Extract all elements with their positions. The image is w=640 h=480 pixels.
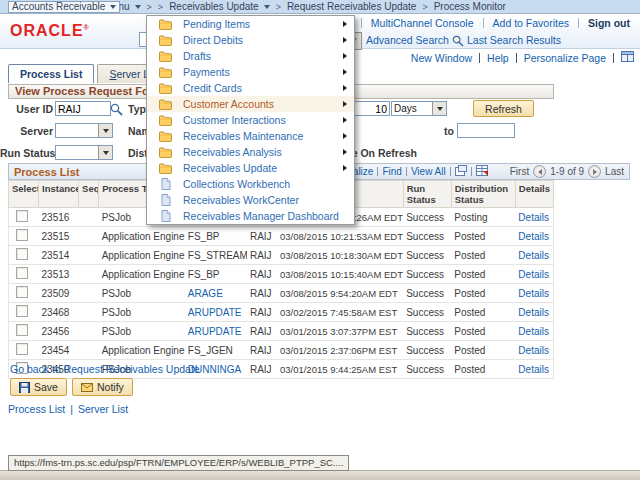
menu-item-collections-workbench[interactable]: Collections Workbench <box>147 176 354 192</box>
days-select[interactable]: Days <box>391 101 447 116</box>
row-checkbox[interactable] <box>16 267 28 279</box>
cell-select <box>9 284 39 303</box>
cell-seq <box>79 208 99 227</box>
personalize-page-link[interactable]: Personalize Page <box>524 52 606 64</box>
menu-item-customer-interactions[interactable]: Customer Interactions <box>147 112 354 128</box>
cell-user: RAIJ <box>247 303 277 322</box>
menu-item-payments[interactable]: Payments <box>147 64 354 80</box>
multichannel-console-link[interactable]: MultiChannel Console <box>371 17 474 29</box>
divider <box>471 167 472 176</box>
cell-user: RAIJ <box>247 360 277 379</box>
column-header-instance[interactable]: Instance <box>39 181 79 208</box>
menu-item-direct-debits[interactable]: Direct Debits <box>147 32 354 48</box>
page-grid-icon[interactable] <box>621 51 634 64</box>
cell-user: RAIJ <box>247 265 277 284</box>
menu-item-receivables-workcenter[interactable]: Receivables WorkCenter <box>147 192 354 208</box>
go-back-link[interactable]: Go back to Request Receivables Update <box>10 363 200 375</box>
row-checkbox[interactable] <box>16 248 28 260</box>
help-link[interactable]: Help <box>487 52 509 64</box>
breadcrumb-separator: > <box>158 2 163 12</box>
breadcrumb-item-process-monitor[interactable]: Process Monitor <box>431 1 509 13</box>
folder-icon <box>159 115 172 126</box>
process-name-link[interactable]: ARAGE <box>188 288 223 299</box>
to-label: to <box>444 124 454 139</box>
menu-item-drafts[interactable]: Drafts <box>147 48 354 64</box>
column-header-run-status[interactable]: Run Status <box>403 181 451 208</box>
user-id-input[interactable] <box>55 101 111 116</box>
popup-window-icon[interactable] <box>455 165 467 178</box>
menu-item-credit-cards[interactable]: Credit Cards <box>147 80 354 96</box>
cell-instance: 23456 <box>39 322 79 341</box>
cell-seq <box>79 284 99 303</box>
status-url-tooltip: https://fms-trn.ps.sc.edu/psp/FTRN/EMPLO… <box>8 455 349 471</box>
row-checkbox[interactable] <box>16 305 28 317</box>
menu-item-receivables-maintenance[interactable]: Receivables Maintenance <box>147 128 354 144</box>
previous-page-icon[interactable] <box>533 165 546 178</box>
row-checkbox[interactable] <box>16 210 28 222</box>
row-checkbox[interactable] <box>16 324 28 336</box>
details-link[interactable]: Details <box>518 250 549 261</box>
cell-process-type: Application Engine <box>99 227 185 246</box>
status-bar <box>0 470 640 480</box>
details-link[interactable]: Details <box>518 231 549 242</box>
column-header-details[interactable]: Details <box>515 181 553 208</box>
cell-run-datetime: 03/01/2015 2:37:06PM EST <box>277 341 403 360</box>
last-value-input[interactable] <box>352 101 390 116</box>
cell-process-type: PSJob <box>99 284 185 303</box>
cell-run-status: Success <box>403 322 451 341</box>
server-select[interactable] <box>55 123 113 138</box>
last-search-results-link[interactable]: Last Search Results <box>467 34 561 46</box>
divider <box>406 167 407 176</box>
menu-item-customer-accounts[interactable]: Customer Accounts <box>147 96 354 112</box>
folder-icon <box>159 51 172 62</box>
column-header-select[interactable]: Select <box>9 181 39 208</box>
breadcrumb-item-request-receivables-update[interactable]: Request Receivables Update <box>284 1 420 13</box>
cell-details: Details <box>515 208 553 227</box>
column-header-distribution-status[interactable]: Distribution Status <box>451 181 515 208</box>
submenu-arrow-icon <box>343 85 347 91</box>
sign-out-link[interactable]: Sign out <box>588 17 630 29</box>
details-link[interactable]: Details <box>518 269 549 280</box>
details-link[interactable]: Details <box>518 288 549 299</box>
divider <box>377 167 378 176</box>
view-all-link[interactable]: View All <box>411 166 446 177</box>
process-name-link[interactable]: ARUPDATE <box>188 307 242 318</box>
row-checkbox[interactable] <box>16 343 28 355</box>
menu-item-label: Customer Interactions <box>183 114 332 126</box>
details-link[interactable]: Details <box>518 364 549 375</box>
column-header-seq[interactable]: Seq. <box>79 181 99 208</box>
next-page-icon[interactable] <box>588 165 601 178</box>
refresh-button[interactable]: Refresh <box>473 100 534 117</box>
row-checkbox[interactable] <box>16 286 28 298</box>
menu-item-receivables-manager-dashboard[interactable]: Receivables Manager Dashboard <box>147 208 354 224</box>
details-link[interactable]: Details <box>518 212 549 223</box>
new-window-link[interactable]: New Window <box>411 52 472 64</box>
details-link[interactable]: Details <box>518 345 549 356</box>
advanced-search-link[interactable]: Advanced Search <box>366 34 449 46</box>
cell-instance: 23509 <box>39 284 79 303</box>
tab-process-list[interactable]: Process List <box>8 64 94 83</box>
user-id-lookup-icon[interactable] <box>110 102 123 120</box>
cell-process-type: Application Engine <box>99 341 185 360</box>
submenu-arrow-icon <box>343 37 347 43</box>
menu-item-pending-items[interactable]: Pending Items <box>147 16 354 32</box>
server-list-bottom-link[interactable]: Server List <box>78 403 128 415</box>
instance-to-input[interactable] <box>457 123 515 138</box>
run-status-label: Run Status <box>0 146 53 161</box>
notify-button[interactable]: Notify <box>72 378 133 396</box>
details-link[interactable]: Details <box>518 326 549 337</box>
run-status-select[interactable] <box>55 145 113 160</box>
process-name-link[interactable]: ARUPDATE <box>188 326 242 337</box>
table-row: 23456PSJobARUPDATERAIJ03/01/2015 3:07:37… <box>9 322 554 341</box>
details-link[interactable]: Details <box>518 307 549 318</box>
save-button[interactable]: Save <box>10 378 67 396</box>
find-link[interactable]: Find <box>382 166 401 177</box>
breadcrumb-item-receivables-update[interactable]: Receivables Update <box>166 1 273 13</box>
download-grid-icon[interactable] <box>476 165 488 178</box>
add-to-favorites-link[interactable]: Add to Favorites <box>493 17 569 29</box>
menu-item-receivables-analysis[interactable]: Receivables Analysis <box>147 144 354 160</box>
row-checkbox[interactable] <box>16 229 28 241</box>
process-list-bottom-link[interactable]: Process List <box>8 403 65 415</box>
menu-item-receivables-update[interactable]: Receivables Update <box>147 160 354 176</box>
breadcrumb-item-accounts-receivable[interactable]: Accounts Receivable <box>8 1 120 13</box>
